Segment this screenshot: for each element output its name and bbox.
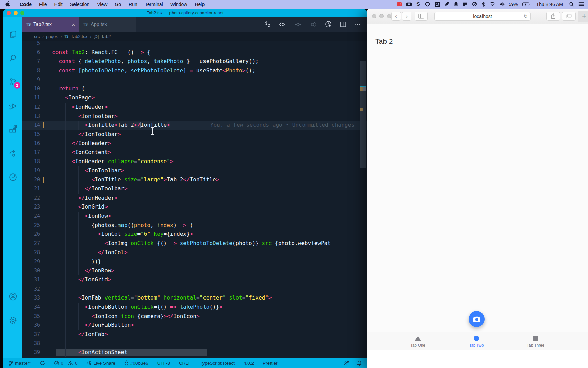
screen-record-icon[interactable]	[397, 2, 402, 7]
code-line-35[interactable]: 35<IonIcon icon={camera}></IonIcon>	[22, 312, 367, 321]
code-line-26[interactable]: 26<IonCol size="6" key={index}>	[22, 230, 367, 239]
menu-selection[interactable]: Selection	[70, 2, 90, 7]
code-line-25[interactable]: 25{photos.map((photo, index) => (	[22, 221, 367, 230]
close-window-button[interactable]	[372, 14, 376, 18]
close-tab-icon[interactable]: ×	[72, 21, 75, 27]
ts-version-status[interactable]: 4.0.2	[244, 361, 254, 366]
stage-icon[interactable]	[294, 21, 301, 28]
menu-view[interactable]: View	[97, 2, 107, 7]
code-line-6[interactable]: 6const Tab2: React.FC = () => {	[22, 48, 367, 57]
code-line-18[interactable]: 18<IonHeader collapse="condense">	[22, 157, 367, 166]
menu-terminal[interactable]: Terminal	[145, 2, 163, 7]
circle-outline-icon[interactable]	[425, 2, 430, 7]
language-mode-status[interactable]: TypeScript React	[200, 361, 235, 366]
volume-icon[interactable]	[500, 2, 505, 6]
code-line-28[interactable]: 28</IonCol>	[22, 248, 367, 257]
new-tab-button[interactable]: +	[578, 11, 588, 22]
code-line-20[interactable]: 20<IonTitle size="large">Tab 2</IonTitle…	[22, 175, 367, 184]
do-not-disturb-icon[interactable]	[472, 2, 477, 7]
menu-go[interactable]: Go	[115, 2, 121, 7]
back-button[interactable]: ‹	[391, 12, 401, 21]
zoom-window-button[interactable]	[387, 14, 391, 18]
code-line-24[interactable]: 24<IonRow>	[22, 212, 367, 221]
tab-app-tsx[interactable]: TS App.tsx	[79, 17, 136, 32]
code-line-16[interactable]: 16</IonHeader>	[22, 139, 367, 148]
menu-help[interactable]: Help	[195, 2, 205, 7]
run-debug-icon[interactable]	[9, 101, 17, 110]
code-line-31[interactable]: 31</IonGrid>	[22, 275, 367, 285]
menu-code[interactable]: Code	[20, 2, 32, 7]
sync-status[interactable]	[40, 360, 45, 366]
formatter-status[interactable]: Prettier	[263, 361, 278, 366]
share-button[interactable]	[546, 12, 560, 21]
code-line-14[interactable]: 14<IonTitle>Tab 2</IonTitle>You, a few s…	[22, 121, 367, 130]
code-line-22[interactable]: 22</IonHeader>	[22, 194, 367, 203]
code-line-38[interactable]: 38	[22, 339, 367, 348]
code-line-13[interactable]: 13<IonToolbar>	[22, 112, 367, 121]
live-share-status[interactable]: Live Share	[86, 360, 116, 366]
source-control-icon[interactable]: 2	[9, 77, 17, 86]
code-line-30[interactable]: 30</IonRow>	[22, 266, 367, 275]
navigate-forward-icon[interactable]	[310, 21, 317, 28]
editor-scrollbar[interactable]	[360, 41, 366, 358]
more-actions-icon[interactable]	[355, 21, 361, 27]
menu-file[interactable]: File	[39, 2, 47, 7]
eol-status[interactable]: CRLF	[179, 361, 191, 366]
menubar-clock[interactable]: Thu 8:46 AM	[536, 2, 563, 7]
circle-dot-icon[interactable]	[435, 2, 440, 7]
code-line-36[interactable]: 36</IonFabButton>	[22, 321, 367, 330]
s-app-icon[interactable]: S	[416, 2, 421, 7]
code-line-34[interactable]: 34<IonFabButton onClick={() => takePhoto…	[22, 303, 367, 312]
code-line-39[interactable]: 39<IonActionSheet	[22, 348, 367, 357]
camera-fab-button[interactable]	[469, 311, 485, 327]
code-line-23[interactable]: 23<IonGrid>	[22, 202, 367, 212]
bluetooth-icon[interactable]	[481, 2, 485, 7]
notifications-bell-icon[interactable]	[357, 360, 362, 366]
address-bar[interactable]: localhost ↻	[434, 12, 531, 21]
open-changes-icon[interactable]	[264, 21, 271, 28]
code-line-21[interactable]: 21</IonToolbar>	[22, 184, 367, 194]
split-editor-icon[interactable]	[340, 21, 346, 28]
breadcrumb-pages[interactable]: pages	[46, 34, 58, 39]
feedback-icon[interactable]	[343, 360, 350, 366]
spotlight-search-icon[interactable]	[569, 2, 574, 7]
run-timeline-icon[interactable]	[325, 21, 332, 28]
tab-tab2-tsx[interactable]: TS Tab2.tsx ×	[22, 17, 79, 32]
settings-gear-icon[interactable]	[9, 316, 17, 325]
show-tabs-button[interactable]	[562, 12, 576, 21]
code-line-29[interactable]: 29))}	[22, 257, 367, 266]
sidebar-button[interactable]	[415, 12, 428, 21]
tab-three[interactable]: Tab Three	[515, 334, 556, 347]
breadcrumb-file[interactable]: Tab2.tsx	[71, 34, 87, 39]
camera-menubar-icon[interactable]	[406, 2, 412, 7]
navigate-back-icon[interactable]	[279, 21, 286, 28]
apple-menu[interactable]	[5, 1, 10, 7]
code-line-19[interactable]: 19<IonToolbar>	[22, 166, 367, 175]
close-window-button[interactable]	[7, 11, 11, 15]
pending-changes-icon[interactable]	[9, 173, 17, 182]
tab-one[interactable]: Tab One	[397, 334, 438, 347]
menu-window[interactable]: Window	[170, 2, 187, 7]
code-line-11[interactable]: 11<IonPage>	[22, 93, 367, 103]
explorer-icon[interactable]	[9, 30, 17, 39]
vscode-title-bar[interactable]: Tab2.tsx — photo-gallery-capacitor-react	[3, 9, 367, 17]
bell-menubar-icon[interactable]	[454, 2, 458, 7]
reload-icon[interactable]: ↻	[523, 13, 528, 19]
branch-status[interactable]: master*	[8, 360, 31, 366]
minimize-window-button[interactable]	[14, 11, 18, 15]
rocket-icon[interactable]	[444, 2, 449, 7]
minimize-window-button[interactable]	[379, 14, 384, 18]
code-line-12[interactable]: 12<IonHeader>	[22, 103, 367, 112]
scrollbar-thumb[interactable]	[360, 61, 366, 168]
encoding-status[interactable]: UTF-8	[157, 361, 170, 366]
problems-status[interactable]: 0 0	[54, 361, 78, 366]
code-editor[interactable]: 56const Tab2: React.FC = () => {7const {…	[22, 41, 367, 358]
control-center-icon[interactable]	[578, 2, 584, 6]
extensions-icon[interactable]	[9, 125, 17, 134]
code-line-32[interactable]: 32	[22, 285, 367, 294]
zoom-window-button[interactable]	[20, 11, 24, 15]
menu-edit[interactable]: Edit	[54, 2, 63, 7]
code-line-9[interactable]: 9	[22, 75, 367, 85]
breadcrumb-symbol[interactable]: Tab2	[101, 34, 111, 39]
code-line-33[interactable]: 33<IonFab vertical="bottom" horizontal="…	[22, 293, 367, 303]
